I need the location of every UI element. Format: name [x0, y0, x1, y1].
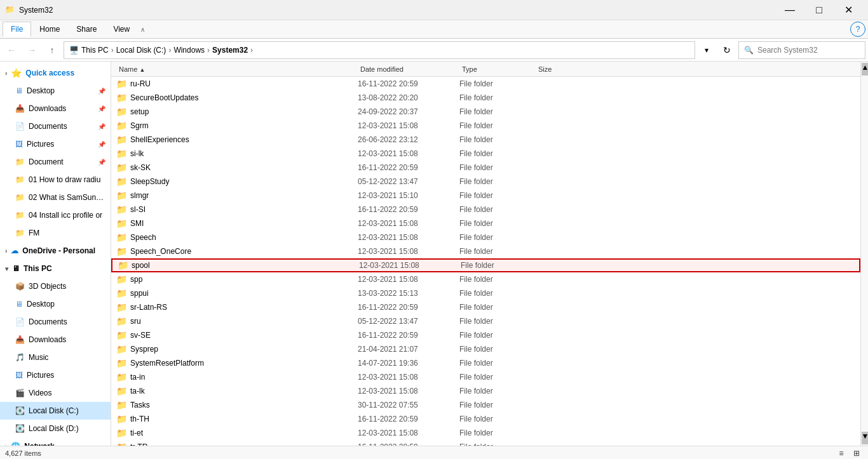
- breadcrumb-thispc[interactable]: This PC: [81, 46, 109, 55]
- table-row[interactable]: 📁 setup 24-09-2022 20:37 File folder: [111, 105, 860, 119]
- network-icon: 🌐: [11, 442, 20, 446]
- sidebar-item-downloads-pc[interactable]: 📥 Downloads: [0, 331, 111, 349]
- table-row[interactable]: 📁 SystemResetPlatform 14-07-2021 19:36 F…: [111, 356, 860, 370]
- table-row[interactable]: 📁 Speech 12-03-2021 15:08 File folder: [111, 230, 860, 244]
- table-row[interactable]: 📁 spp 12-03-2021 15:08 File folder: [111, 272, 860, 286]
- tab-file[interactable]: File: [3, 22, 31, 37]
- table-row[interactable]: 📁 Sgrm 12-03-2021 15:08 File folder: [111, 119, 860, 133]
- table-row[interactable]: 📁 Speech_OneCore 12-03-2021 15:08 File f…: [111, 244, 860, 258]
- table-row[interactable]: 📁 slmgr 12-03-2021 15:10 File folder: [111, 189, 860, 203]
- table-row[interactable]: 📁 ru-RU 16-11-2022 20:59 File folder: [111, 77, 860, 91]
- sidebar-header-thispc[interactable]: ▾ 🖥 This PC: [0, 260, 111, 277]
- scrollbar-track[interactable]: ▲ ▼: [860, 62, 868, 446]
- table-row[interactable]: 📁 si-lk 12-03-2021 15:08 File folder: [111, 147, 860, 161]
- table-row[interactable]: 📁 ti-et 12-03-2021 15:08 File folder: [111, 426, 860, 440]
- table-row[interactable]: 📁 sr-Latn-RS 16-11-2022 20:59 File folde…: [111, 300, 860, 314]
- file-type: File folder: [459, 79, 536, 88]
- col-header-type[interactable]: Type: [459, 65, 536, 73]
- dropdown-icon: ▾: [705, 46, 709, 55]
- sidebar-item-locald[interactable]: 💽 Local Disk (D:): [0, 420, 111, 437]
- table-row[interactable]: 📁 sl-SI 16-11-2022 20:59 File folder: [111, 203, 860, 216]
- file-name: sl-SI: [130, 205, 358, 214]
- pin-icon-pictures: 📌: [98, 141, 105, 148]
- help-button[interactable]: ?: [850, 22, 865, 37]
- col-header-modified[interactable]: Date modified: [358, 65, 459, 73]
- scrollbar-up[interactable]: ▲: [862, 63, 868, 76]
- sidebar-header-quickaccess[interactable]: › ⭐ Quick access: [0, 64, 111, 82]
- breadcrumb-localdisk[interactable]: Local Disk (C:): [116, 46, 166, 55]
- table-row[interactable]: 📁 Sysprep 21-04-2021 21:07 File folder: [111, 342, 860, 356]
- table-row[interactable]: 📁 SMI 12-03-2021 15:08 File folder: [111, 216, 860, 230]
- sidebar-item-01[interactable]: 📁 01 How to draw radiu: [0, 171, 111, 189]
- forward-button[interactable]: →: [23, 41, 41, 59]
- sidebar-header-network[interactable]: › 🌐 Network: [0, 437, 111, 446]
- search-input[interactable]: [757, 46, 860, 55]
- file-modified: 13-03-2022 15:13: [358, 289, 459, 298]
- folder-icon: 📁: [118, 260, 128, 270]
- sidebar-item-pictures-qa[interactable]: 🖼 Pictures 📌: [0, 135, 111, 153]
- breadcrumb-system32[interactable]: System32: [212, 46, 248, 55]
- address-expand-button[interactable]: ▾: [698, 41, 715, 59]
- table-row[interactable]: 📁 spool 12-03-2021 15:08 File folder: [111, 258, 860, 272]
- ribbon-expand-icon[interactable]: ∧: [138, 23, 147, 36]
- file-name: sppui: [130, 289, 358, 298]
- col-header-size[interactable]: Size: [536, 65, 587, 73]
- sidebar-item-localc[interactable]: 💽 Local Disk (C:): [0, 402, 111, 420]
- sidebar-header-onedrive[interactable]: › ☁ OneDrive - Personal: [0, 242, 111, 260]
- table-row[interactable]: 📁 SecureBootUpdates 13-08-2022 20:20 Fil…: [111, 91, 860, 105]
- file-modified: 24-09-2022 20:37: [358, 107, 459, 116]
- table-row[interactable]: 📁 SleepStudy 05-12-2022 13:47 File folde…: [111, 175, 860, 189]
- sidebar-item-3dobjects[interactable]: 📦 3D Objects: [0, 277, 111, 295]
- file-modified: 16-11-2022 20:59: [358, 303, 459, 312]
- close-button[interactable]: ✕: [834, 0, 863, 20]
- sidebar-item-desktop-pc[interactable]: 🖥 Desktop: [0, 295, 111, 313]
- sidebar-item-02[interactable]: 📁 02 What is SamSung c: [0, 189, 111, 206]
- sidebar-item-downloads-qa[interactable]: 📥 Downloads 📌: [0, 100, 111, 117]
- table-row[interactable]: 📁 ShellExperiences 26-06-2022 23:12 File…: [111, 133, 860, 147]
- folder-icon: 📁: [116, 135, 126, 145]
- icons-view-icon: ⊞: [853, 449, 860, 458]
- file-type: File folder: [459, 107, 536, 116]
- sidebar-item-documents-pc[interactable]: 📄 Documents: [0, 313, 111, 331]
- table-row[interactable]: 📁 sv-SE 16-11-2022 20:59 File folder: [111, 328, 860, 342]
- sidebar-item-pictures-pc[interactable]: 🖼 Pictures: [0, 366, 111, 384]
- sidebar-item-videos[interactable]: 🎬 Videos: [0, 384, 111, 402]
- col-header-name[interactable]: Name ▲: [116, 65, 358, 73]
- view-icons-button[interactable]: ⊞: [850, 447, 863, 460]
- table-row[interactable]: 📁 th-TH 16-11-2022 20:59 File folder: [111, 412, 860, 426]
- sidebar-item-documents-qa[interactable]: 📄 Documents 📌: [0, 117, 111, 135]
- table-row[interactable]: 📁 sru 05-12-2022 13:47 File folder: [111, 314, 860, 328]
- table-row[interactable]: 📁 sk-SK 16-11-2022 20:59 File folder: [111, 161, 860, 175]
- sidebar-item-04[interactable]: 📁 04 Install icc profile or: [0, 206, 111, 224]
- table-row[interactable]: 📁 sppui 13-03-2022 15:13 File folder: [111, 286, 860, 300]
- scrollbar-down[interactable]: ▼: [862, 432, 868, 444]
- sidebar-item-music[interactable]: 🎵 Music: [0, 349, 111, 366]
- sidebar-item-fm[interactable]: 📁 FM: [0, 224, 111, 242]
- maximize-button[interactable]: □: [804, 0, 834, 20]
- view-details-button[interactable]: ≡: [835, 447, 848, 460]
- sidebar-item-document-qa[interactable]: 📁 Document 📌: [0, 153, 111, 171]
- table-row[interactable]: 📁 tr-TR 16-11-2022 20:59 File folder: [111, 440, 860, 446]
- minimize-button[interactable]: —: [775, 0, 804, 20]
- refresh-button[interactable]: ↻: [718, 41, 736, 59]
- file-type: File folder: [459, 345, 536, 354]
- file-type: File folder: [459, 317, 536, 326]
- breadcrumb-windows[interactable]: Windows: [173, 46, 205, 55]
- file-modified: 12-03-2021 15:08: [358, 233, 459, 242]
- sidebar-item-desktop-qa[interactable]: 🖥 Desktop 📌: [0, 82, 111, 100]
- file-modified: 12-03-2021 15:08: [358, 387, 459, 396]
- title-bar-title: System32: [19, 6, 775, 15]
- table-row[interactable]: 📁 ta-in 12-03-2021 15:08 File folder: [111, 370, 860, 384]
- file-name: SystemResetPlatform: [130, 359, 358, 368]
- folder-icon: 📁: [116, 386, 126, 396]
- table-row[interactable]: 📁 Tasks 30-11-2022 07:55 File folder: [111, 398, 860, 412]
- up-button[interactable]: ↑: [43, 41, 61, 59]
- address-path[interactable]: 🖥️ This PC › Local Disk (C:) › Windows ›…: [64, 41, 695, 59]
- tab-view[interactable]: View: [105, 22, 138, 37]
- folder-icon: 📁: [116, 107, 126, 117]
- tab-share[interactable]: Share: [68, 22, 105, 37]
- table-row[interactable]: 📁 ta-lk 12-03-2021 15:08 File folder: [111, 384, 860, 398]
- tab-home[interactable]: Home: [31, 22, 68, 37]
- folder-icon-01: 📁: [15, 175, 25, 184]
- back-button[interactable]: ←: [3, 41, 20, 59]
